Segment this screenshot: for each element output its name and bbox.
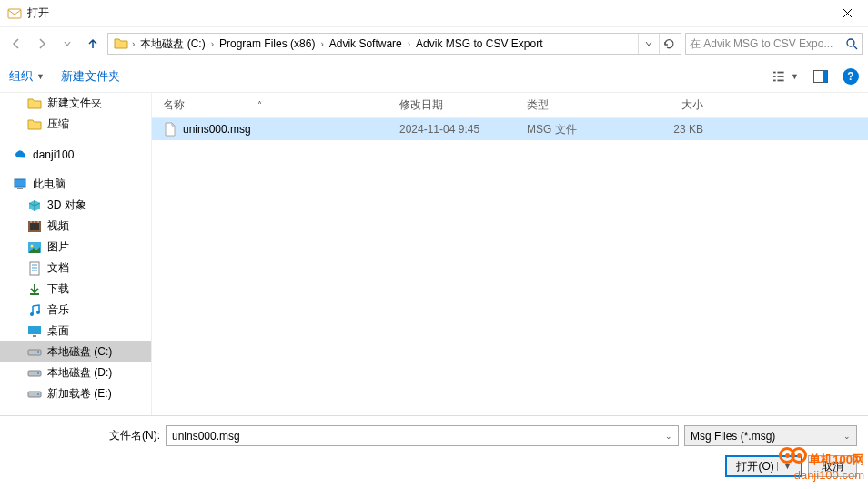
bottom-panel: 文件名(N): unins000.msg⌄ Msg Files (*.msg)⌄… <box>0 415 868 484</box>
file-icon <box>163 122 177 137</box>
file-type: MSG 文件 <box>527 122 636 138</box>
up-button[interactable] <box>82 33 104 55</box>
sidebar-item-label: danji100 <box>33 148 74 161</box>
breadcrumb[interactable]: › 本地磁盘 (C:) › Program Files (x86) › Advi… <box>107 33 681 55</box>
open-button[interactable]: 打开(O) ▼ <box>725 455 802 477</box>
refresh-button[interactable] <box>659 34 679 54</box>
sidebar-item[interactable]: 视频 <box>0 216 151 237</box>
sidebar-item-label: 图片 <box>47 239 69 255</box>
breadcrumb-item[interactable]: Advik Software <box>324 37 408 50</box>
sidebar-item[interactable]: 本地磁盘 (D:) <box>0 362 151 383</box>
sidebar-item-label: 文档 <box>47 260 69 276</box>
sidebar-item[interactable]: 压缩 <box>0 114 151 135</box>
sidebar-item[interactable]: danji100 <box>0 144 151 165</box>
preview-pane-button[interactable] <box>808 66 833 87</box>
sidebar-item[interactable]: 图片 <box>0 237 151 258</box>
svg-point-25 <box>37 351 39 353</box>
file-list-header: 名称˄ 修改日期 类型 大小 <box>152 93 868 118</box>
3d-icon <box>27 199 42 213</box>
folder-icon <box>114 36 128 51</box>
sidebar-item-label: 桌面 <box>47 323 69 339</box>
nav-bar: › 本地磁盘 (C:) › Program Files (x86) › Advi… <box>0 27 868 60</box>
column-type[interactable]: 类型 <box>527 97 636 113</box>
svg-point-18 <box>31 244 34 247</box>
sidebar-item[interactable]: 本地磁盘 (C:) <box>0 341 151 362</box>
recent-dropdown[interactable] <box>56 33 78 55</box>
picture-icon <box>27 240 42 255</box>
svg-rect-22 <box>28 326 41 334</box>
svg-rect-10 <box>15 179 25 187</box>
sidebar-item-label: 视频 <box>47 219 69 234</box>
column-date[interactable]: 修改日期 <box>399 97 527 113</box>
sidebar-item[interactable]: 3D 对象 <box>0 195 151 216</box>
title-bar: 打开 <box>0 0 868 27</box>
close-icon <box>843 8 853 18</box>
svg-rect-6 <box>773 79 776 81</box>
doc-icon <box>27 261 42 276</box>
sidebar-item-label: 下载 <box>47 281 69 297</box>
sidebar-item[interactable]: 桌面 <box>0 321 151 341</box>
svg-point-14 <box>30 221 31 222</box>
help-button[interactable]: ? <box>843 68 859 85</box>
onedrive-icon <box>13 148 27 162</box>
file-type-filter[interactable]: Msg Files (*.msg)⌄ <box>684 425 857 446</box>
music-icon <box>27 303 42 318</box>
column-name[interactable]: 名称˄ <box>163 97 399 113</box>
file-row[interactable]: unins000.msg2024-11-04 9:45MSG 文件23 KB <box>152 118 868 140</box>
disk-icon <box>27 366 42 381</box>
svg-point-27 <box>37 372 39 374</box>
breadcrumb-item[interactable]: Program Files (x86) <box>214 37 320 50</box>
sidebar-item-label: 本地磁盘 (C:) <box>47 344 112 360</box>
svg-rect-11 <box>17 188 23 189</box>
chevron-down-icon[interactable]: ⌄ <box>665 432 672 441</box>
sidebar-item[interactable]: 文档 <box>0 258 151 279</box>
file-date: 2024-11-04 9:45 <box>399 123 527 136</box>
desktop-icon <box>27 324 42 339</box>
file-size: 23 KB <box>636 123 709 136</box>
filename-input[interactable]: unins000.msg⌄ <box>166 425 679 446</box>
sidebar-item[interactable]: 新加载卷 (E:) <box>0 383 151 404</box>
column-size[interactable]: 大小 <box>636 97 709 113</box>
svg-point-1 <box>847 39 854 46</box>
svg-point-16 <box>37 221 38 222</box>
svg-rect-4 <box>773 76 776 77</box>
sidebar-item-label: 音乐 <box>47 302 69 318</box>
view-mode-button[interactable]: ▼ <box>773 66 799 87</box>
chevron-down-icon[interactable]: ▼ <box>777 462 792 471</box>
svg-point-21 <box>36 311 40 314</box>
toolbar: 组织 ▼ 新建文件夹 ▼ ? <box>0 60 868 93</box>
folder-icon <box>27 97 42 111</box>
svg-rect-13 <box>30 223 39 230</box>
search-input[interactable]: 在 Advik MSG to CSV Expo... <box>685 33 863 55</box>
svg-rect-23 <box>33 335 36 337</box>
sidebar-item-label: 3D 对象 <box>47 198 86 213</box>
svg-rect-7 <box>777 79 783 81</box>
sort-asc-icon: ˄ <box>257 100 262 110</box>
cancel-button[interactable]: 取消 <box>808 455 857 477</box>
sidebar-item[interactable]: 音乐 <box>0 300 151 321</box>
filename-label: 文件名(N): <box>109 428 160 443</box>
file-name: unins000.msg <box>183 123 251 136</box>
back-button[interactable] <box>5 33 27 55</box>
sidebar-item[interactable]: 此电脑 <box>0 174 151 195</box>
close-button[interactable] <box>827 0 868 27</box>
folder-icon <box>27 117 42 132</box>
disk-icon <box>27 387 42 402</box>
sidebar: 新建文件夹压缩danji100此电脑3D 对象视频图片文档下载音乐桌面本地磁盘 … <box>0 93 152 415</box>
sidebar-item[interactable]: 新建文件夹 <box>0 93 151 114</box>
new-folder-button[interactable]: 新建文件夹 <box>61 68 120 85</box>
sidebar-item-label: 此电脑 <box>33 177 66 192</box>
sidebar-item-label: 本地磁盘 (D:) <box>47 365 112 381</box>
search-placeholder: 在 Advik MSG to CSV Expo... <box>690 36 842 52</box>
sidebar-item[interactable]: 下载 <box>0 279 151 300</box>
disk-icon <box>27 345 42 360</box>
organize-button[interactable]: 组织 ▼ <box>9 68 45 85</box>
svg-point-29 <box>37 393 39 395</box>
breadcrumb-item[interactable]: Advik MSG to CSV Export <box>410 37 548 50</box>
breadcrumb-item[interactable]: 本地磁盘 (C:) <box>135 36 210 52</box>
forward-button[interactable] <box>31 33 53 55</box>
svg-rect-19 <box>30 262 39 275</box>
breadcrumb-dropdown[interactable] <box>638 34 658 54</box>
sidebar-item-label: 压缩 <box>47 117 69 132</box>
svg-rect-5 <box>777 76 783 77</box>
